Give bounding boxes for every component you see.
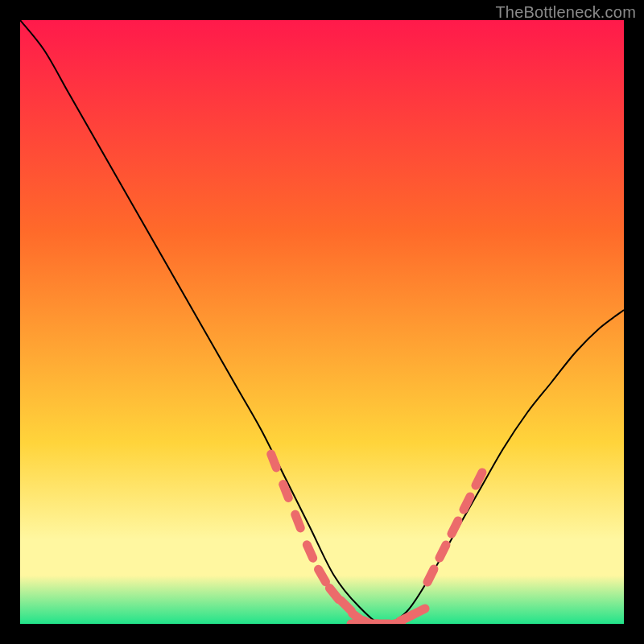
chart-outer-frame: TheBottleneck.com <box>0 0 644 644</box>
marker-dash <box>295 514 301 528</box>
marker-dash <box>476 473 482 485</box>
marker-dash <box>412 609 425 615</box>
marker-dash <box>283 485 289 498</box>
watermark-text: TheBottleneck.com <box>495 3 636 22</box>
marker-dash <box>307 545 312 558</box>
marker-dash <box>464 497 470 510</box>
marker-dash <box>319 569 326 582</box>
bottleneck-chart <box>20 20 624 624</box>
marker-dash <box>440 545 446 558</box>
marker-dash <box>271 454 277 468</box>
plot-area <box>20 20 624 624</box>
marker-dash <box>452 521 458 534</box>
gradient-background <box>20 20 624 624</box>
marker-dash <box>427 569 434 582</box>
